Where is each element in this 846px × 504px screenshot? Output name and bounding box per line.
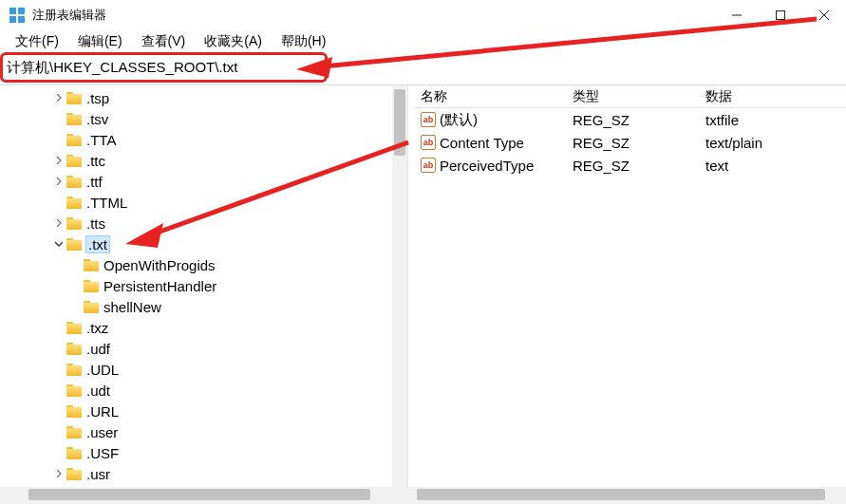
folder-icon bbox=[66, 447, 82, 459]
tree-item[interactable]: .tsv bbox=[0, 108, 407, 129]
column-name[interactable]: 名称 bbox=[413, 85, 565, 107]
string-value-icon: ab bbox=[421, 112, 436, 127]
value-type: REG_SZ bbox=[565, 134, 698, 152]
chevron-right-icon[interactable] bbox=[51, 90, 66, 105]
tree-scrollbar-horizontal[interactable] bbox=[0, 487, 408, 504]
folder-icon bbox=[84, 259, 99, 271]
expander-placeholder bbox=[68, 299, 84, 314]
tree-item[interactable]: .TTML bbox=[0, 192, 407, 213]
values-list[interactable]: ab(默认)REG_SZtxtfileabContent TypeREG_SZt… bbox=[413, 108, 846, 177]
expander-placeholder bbox=[51, 362, 66, 377]
expander-placeholder bbox=[51, 111, 66, 126]
tree-item[interactable]: .udt bbox=[0, 380, 407, 401]
value-name: PerceivedType bbox=[440, 158, 534, 174]
tree-item-label: shellNew bbox=[103, 299, 161, 315]
tree-item-label: .usr bbox=[86, 466, 110, 482]
tree-item[interactable]: .ttf bbox=[0, 171, 407, 192]
chevron-down-icon[interactable] bbox=[51, 236, 66, 252]
folder-icon bbox=[66, 196, 82, 209]
window-title: 注册表编辑器 bbox=[32, 7, 715, 24]
tree-item[interactable]: .tts bbox=[0, 213, 407, 233]
folder-icon bbox=[66, 322, 82, 334]
tree-item[interactable]: .USF bbox=[0, 442, 407, 463]
minimize-button[interactable] bbox=[715, 0, 759, 30]
folder-icon bbox=[66, 176, 82, 188]
expander-placeholder bbox=[68, 257, 84, 272]
tree-scrollbar-vertical[interactable] bbox=[392, 85, 407, 487]
tree-item[interactable]: .TTA bbox=[0, 129, 407, 150]
menu-favorites[interactable]: 收藏夹(A) bbox=[195, 31, 272, 52]
tree-item-label: .URL bbox=[86, 403, 119, 420]
column-type[interactable]: 类型 bbox=[565, 85, 698, 107]
menu-view[interactable]: 查看(V) bbox=[132, 31, 196, 52]
folder-icon bbox=[66, 468, 82, 480]
menu-edit[interactable]: 编辑(E) bbox=[68, 31, 132, 52]
folder-icon bbox=[66, 155, 82, 167]
folder-icon bbox=[66, 134, 82, 146]
tree-item-label: .udf bbox=[86, 341, 110, 357]
folder-icon bbox=[84, 280, 99, 292]
expander-placeholder bbox=[51, 383, 66, 398]
svg-rect-2 bbox=[9, 16, 16, 23]
tree-item[interactable]: .URL bbox=[0, 401, 407, 421]
svg-rect-5 bbox=[777, 11, 785, 20]
menu-file[interactable]: 文件(F) bbox=[6, 31, 68, 52]
expander-placeholder bbox=[68, 278, 84, 293]
close-button[interactable] bbox=[802, 0, 846, 30]
maximize-button[interactable] bbox=[759, 0, 802, 30]
folder-icon bbox=[66, 384, 82, 397]
tree-item[interactable]: .udf bbox=[0, 338, 407, 359]
tree-item[interactable]: .ttc bbox=[0, 150, 407, 171]
tree-item-label: PersistentHandler bbox=[103, 278, 216, 294]
string-value-icon: ab bbox=[421, 135, 436, 150]
expander-placeholder bbox=[51, 320, 66, 335]
menu-help[interactable]: 帮助(H) bbox=[272, 31, 335, 52]
folder-icon bbox=[66, 92, 82, 104]
chevron-right-icon[interactable] bbox=[51, 174, 66, 189]
address-bar[interactable]: 计算机\HKEY_CLASSES_ROOT\.txt bbox=[7, 59, 325, 77]
tree-item[interactable]: .txt bbox=[0, 233, 407, 254]
value-name: Content Type bbox=[440, 135, 524, 151]
title-bar: 注册表编辑器 bbox=[0, 0, 846, 30]
expander-placeholder bbox=[51, 403, 66, 419]
value-row[interactable]: abPerceivedTypeREG_SZtext bbox=[413, 154, 846, 177]
string-value-icon: ab bbox=[421, 158, 436, 173]
expander-placeholder bbox=[51, 195, 66, 210]
column-data[interactable]: 数据 bbox=[698, 85, 846, 107]
tree-item[interactable]: OpenWithProgids bbox=[0, 254, 407, 275]
chevron-right-icon[interactable] bbox=[51, 466, 66, 481]
value-row[interactable]: ab(默认)REG_SZtxtfile bbox=[413, 108, 846, 131]
chevron-right-icon[interactable] bbox=[51, 153, 66, 168]
bottom-scroll-area bbox=[0, 487, 846, 504]
expander-placeholder bbox=[51, 424, 66, 439]
folder-icon bbox=[66, 217, 82, 230]
folder-icon bbox=[66, 343, 82, 355]
tree-item[interactable]: .usr bbox=[0, 463, 407, 484]
folder-icon bbox=[84, 301, 99, 313]
tree-pane[interactable]: .tsp.tsv.TTA.ttc.ttf.TTML.tts.txtOpenWit… bbox=[0, 85, 408, 487]
tree-item[interactable]: .user bbox=[0, 421, 407, 442]
tree-item[interactable]: .txz bbox=[0, 317, 407, 338]
tree-item-label: .USF bbox=[86, 445, 119, 461]
tree-item[interactable]: .UDL bbox=[0, 359, 407, 380]
values-pane[interactable]: 名称 类型 数据 ab(默认)REG_SZtxtfileabContent Ty… bbox=[413, 85, 846, 487]
registry-tree[interactable]: .tsp.tsv.TTA.ttc.ttf.TTML.tts.txtOpenWit… bbox=[0, 85, 407, 484]
tree-item-label: .tts bbox=[86, 215, 105, 232]
chevron-right-icon[interactable] bbox=[51, 215, 66, 231]
tree-item-label: .UDL bbox=[86, 362, 119, 378]
content-area: .tsp.tsv.TTA.ttc.ttf.TTML.tts.txtOpenWit… bbox=[0, 84, 846, 487]
tree-item-label: .udt bbox=[86, 383, 110, 399]
tree-item-label: .ttf bbox=[86, 174, 103, 190]
values-scrollbar-horizontal[interactable] bbox=[413, 487, 846, 504]
address-bar-highlight: 计算机\HKEY_CLASSES_ROOT\.txt bbox=[0, 52, 328, 83]
menu-bar: 文件(F) 编辑(E) 查看(V) 收藏夹(A) 帮助(H) bbox=[0, 30, 846, 52]
folder-icon bbox=[66, 113, 82, 125]
svg-rect-0 bbox=[9, 8, 16, 14]
svg-rect-1 bbox=[18, 8, 25, 14]
tree-item[interactable]: shellNew bbox=[0, 296, 407, 317]
tree-item-label: .TTA bbox=[86, 132, 116, 148]
tree-item[interactable]: PersistentHandler bbox=[0, 275, 407, 296]
value-row[interactable]: abContent TypeREG_SZtext/plain bbox=[413, 131, 846, 154]
tree-item-label: .tsv bbox=[86, 111, 108, 127]
tree-item[interactable]: .tsp bbox=[0, 87, 407, 108]
